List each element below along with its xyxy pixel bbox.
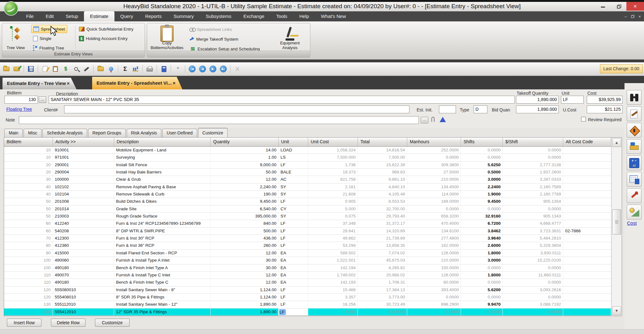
nav-next-icon[interactable]: ▶ <box>208 65 217 73</box>
grid-cell[interactable]: 412240 <box>53 220 114 227</box>
grid-cell[interactable]: 252.0000 <box>407 147 461 154</box>
cost-analysis-icon[interactable] <box>627 205 641 219</box>
dollar-icon[interactable]: $ <box>61 65 70 73</box>
grid-cell[interactable] <box>563 198 611 205</box>
restore-button[interactable] <box>611 2 626 11</box>
math-operations-icon[interactable] <box>627 156 641 170</box>
column-header-total[interactable]: Total <box>358 138 407 146</box>
grid-cell[interactable]: Remove Sidewalk & Curb <box>114 191 211 198</box>
grid-cell[interactable]: 2,160.7589 <box>503 184 563 190</box>
grid-cell[interactable]: 1.8000 <box>461 250 503 257</box>
grid-cell[interactable]: 15.466 <box>308 286 358 293</box>
grid-cell[interactable]: 0.5000 <box>461 169 503 176</box>
grid-cell[interactable]: 393.4000 <box>407 286 461 293</box>
grid-cell[interactable]: 210.0000 <box>407 176 461 183</box>
menu-item-summary[interactable]: Summary <box>168 11 200 21</box>
grid-cell[interactable]: 210.0000 <box>407 257 461 264</box>
spreadsheet-links-button[interactable]: Spreadsheet Links <box>187 25 234 33</box>
menu-item-exchange[interactable]: Exchange <box>237 11 270 21</box>
grid-cell[interactable]: 0.0000 <box>503 294 563 301</box>
grid-cell[interactable]: 3.9640 <box>461 235 503 242</box>
grid-cell[interactable]: LF <box>279 198 308 205</box>
equipment-analysis-button[interactable]: Equipment Analysis <box>272 24 308 51</box>
grid-cell[interactable]: 100 <box>4 257 53 264</box>
grid-cell[interactable]: 490180 <box>53 279 114 286</box>
grid-cell[interactable]: 0.0000 <box>407 294 461 301</box>
grid-cell[interactable]: 201008 <box>53 198 114 205</box>
grid-cell[interactable]: 0.0000 <box>461 147 503 154</box>
grid-row[interactable]: 40102104Remove Sidewalk & Curb190.00SY21… <box>4 191 622 198</box>
grid-cell[interactable]: 12.00 <box>211 272 279 279</box>
grid-cell[interactable]: EA <box>279 250 308 257</box>
grid-cell[interactable] <box>563 176 611 183</box>
grid-row[interactable]: 10910001Mobilize Equipment - Land14.00LO… <box>4 147 622 154</box>
grid-cell[interactable]: 30,723.49 <box>358 301 407 308</box>
tab-main[interactable]: Main <box>4 129 23 137</box>
menu-item-estimate[interactable]: Estimate <box>84 11 114 21</box>
grid-row[interactable]: 50201014Grade SIte6,540.00CY5.00032,700.… <box>4 206 622 213</box>
tab-user-defined[interactable]: User-Defined <box>162 129 197 137</box>
scrollbar-thumb[interactable] <box>612 209 621 235</box>
tab-customize[interactable]: Customize <box>198 128 228 137</box>
grid-cell[interactable]: 130 <box>4 301 53 308</box>
grid-cell[interactable]: BALE <box>279 169 308 176</box>
column-header-unit-cost[interactable]: Unit Cost <box>308 138 358 146</box>
grid-cell[interactable] <box>563 257 611 264</box>
grid-cell[interactable]: 910001 <box>53 147 114 154</box>
grid-cell[interactable]: 50 <box>4 206 53 212</box>
grid-cell[interactable]: 120 <box>4 286 53 293</box>
grid-cell[interactable] <box>563 235 611 242</box>
grid-cell[interactable]: Grade SIte <box>114 206 211 212</box>
biditem-field[interactable]: 130 <box>4 96 38 104</box>
grid-cell[interactable] <box>563 220 611 227</box>
grid-cell[interactable]: 0.0000 <box>503 309 563 315</box>
grid-cell[interactable]: 60 <box>4 220 53 227</box>
column-header-quantity[interactable]: Quantity <box>211 138 279 146</box>
grid-cell[interactable]: 4,668.4777 <box>503 220 563 227</box>
grid-cell[interactable]: 540208 <box>53 228 114 235</box>
nav-prev-icon[interactable]: ◀ <box>198 65 207 73</box>
grid-cell[interactable]: 3,088.7192 <box>503 301 563 308</box>
grid-cell[interactable]: 277.4800 <box>407 235 461 242</box>
mdi-restore-icon[interactable] <box>631 14 634 19</box>
grid-row[interactable]: 50201008Build Ditches & Dikes9,450.00LF0… <box>4 198 622 205</box>
grid-cell[interactable]: LF <box>279 161 308 168</box>
grid-cell[interactable]: 53.294 <box>308 242 358 249</box>
grid-cell[interactable]: 40 <box>4 184 53 190</box>
grid-cell[interactable]: 1,522.501 <box>308 257 358 264</box>
grid-cell[interactable]: 30.00 <box>211 257 279 264</box>
document-tab-estimate-entry-spreadsheet-vi[interactable]: Estimate Entry - Spreadsheet Vi...× <box>92 77 182 89</box>
grid-cell[interactable]: 9,202.50 <box>358 309 407 315</box>
grid-cell[interactable]: Install Hay Bale Barriers <box>114 169 211 176</box>
grid-cell[interactable]: Install Sanitary Sewer Main - 8" <box>114 286 211 293</box>
grid-cell[interactable]: 114.0000 <box>407 191 461 198</box>
grid-cell[interactable]: 0.0000 <box>407 154 461 161</box>
note-field[interactable] <box>19 116 419 124</box>
takeoff-quantity-field[interactable]: 1,890.000 <box>516 96 559 104</box>
tab-risk-analysis[interactable]: Risk Analysis <box>127 129 161 137</box>
grid-cell[interactable]: 142.194 <box>308 264 358 271</box>
paste-icon[interactable] <box>51 65 60 73</box>
grid-cell[interactable]: EA <box>279 257 308 264</box>
menu-item-reports[interactable]: Reports <box>139 11 168 21</box>
grid-cell[interactable]: 9.4500 <box>461 198 503 205</box>
grid-cell[interactable]: 19.373 <box>308 169 358 176</box>
grid-cell[interactable]: 3,093.2616 <box>503 286 563 293</box>
column-header-unit[interactable]: Unit <box>279 138 308 146</box>
description-field[interactable]: SANITARY SEWER MAIN - 12" PVC SDR 35 <box>49 96 515 104</box>
grid-cell[interactable]: LS <box>279 154 308 161</box>
grid-cell[interactable]: 0.0000 <box>461 309 503 315</box>
grid-cell[interactable]: LF <box>279 235 308 242</box>
grid-cell[interactable]: 12.00 <box>211 250 279 257</box>
single-view-button[interactable]: Single <box>31 34 53 42</box>
grid-cell[interactable]: SY <box>279 184 308 190</box>
grid-cell[interactable]: 290004 <box>53 169 114 176</box>
grid-cell[interactable]: 696.2900 <box>407 301 461 308</box>
grid-cell[interactable]: 31,372.17 <box>358 220 407 227</box>
grid-cell[interactable]: 1.00 <box>211 154 279 161</box>
grid-cell[interactable]: 45,675.03 <box>358 257 407 264</box>
grid-cell[interactable]: 100 <box>4 264 53 271</box>
highlight-wand-icon[interactable] <box>82 65 91 73</box>
grid-cell[interactable] <box>563 169 611 176</box>
grid-cell[interactable] <box>563 191 611 198</box>
